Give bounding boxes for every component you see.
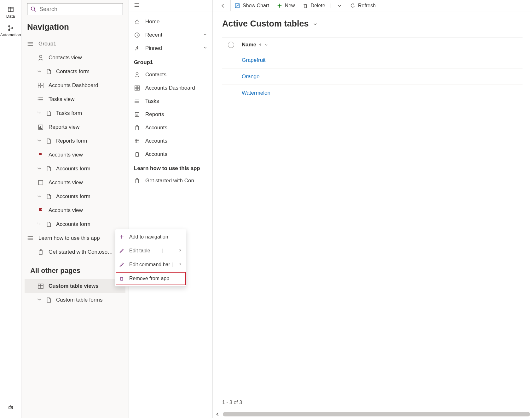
nav-item-label: Custom table forms bbox=[56, 297, 102, 303]
nav-item[interactable]: Contacts form bbox=[25, 65, 125, 79]
entity-icon bbox=[37, 179, 44, 186]
chart-icon bbox=[234, 3, 240, 9]
back-button[interactable] bbox=[216, 0, 231, 11]
cm-edit-command-bar[interactable]: Edit command bar | bbox=[115, 258, 186, 272]
nav-item[interactable]: Tasks form bbox=[25, 106, 125, 120]
left-rail: Data Automation bbox=[0, 0, 21, 418]
nav-item-label: Accounts view bbox=[49, 207, 83, 214]
select-all-checkbox[interactable] bbox=[228, 42, 234, 48]
sitemap-item[interactable]: Home bbox=[129, 15, 212, 28]
nav-item-label: Contacts form bbox=[56, 68, 90, 75]
table-row[interactable]: Watermelon bbox=[222, 85, 523, 101]
sitemap-learn-label: Learn how to use this app bbox=[129, 161, 212, 174]
sitemap-item[interactable]: Accounts Dashboard bbox=[129, 81, 212, 95]
column-name[interactable]: Name bbox=[242, 42, 268, 48]
sitemap-item-label: Reports bbox=[145, 111, 164, 118]
flag-icon bbox=[37, 151, 44, 158]
nav-item[interactable]: Reports form bbox=[25, 134, 125, 148]
sitemap-item[interactable]: Contacts bbox=[129, 68, 212, 81]
clipboard-icon bbox=[134, 151, 140, 157]
nav-item-label: Reports view bbox=[49, 124, 79, 130]
nav-learn-group[interactable]: Learn how to use this app bbox=[25, 231, 125, 245]
sitemap-item[interactable]: Get started with Con… bbox=[129, 174, 212, 187]
nav-item-label: Accounts form bbox=[56, 221, 90, 227]
record-link[interactable]: Orange bbox=[242, 74, 260, 80]
nav-item[interactable]: Accounts view bbox=[25, 203, 125, 217]
person-icon bbox=[37, 54, 44, 61]
sitemap-item-label: Accounts Dashboard bbox=[145, 85, 195, 91]
sort-asc-icon bbox=[258, 43, 263, 47]
sitemap-item-label: Accounts bbox=[145, 125, 167, 131]
table-row[interactable]: Grapefruit bbox=[222, 52, 523, 68]
table-row[interactable]: Orange bbox=[222, 68, 523, 85]
view-selector[interactable]: Active Custom tables bbox=[222, 19, 523, 29]
subarrow-icon bbox=[37, 166, 43, 172]
sitemap-item-label: Accounts bbox=[145, 151, 167, 157]
sitemap-item[interactable]: Pinned bbox=[129, 42, 212, 55]
nav-item[interactable]: Get started with Contoso… bbox=[25, 245, 125, 259]
scroll-thumb[interactable] bbox=[223, 412, 530, 416]
document-icon bbox=[46, 138, 52, 144]
flag-icon bbox=[37, 207, 44, 214]
list-icon bbox=[134, 98, 140, 104]
rail-chatbot[interactable] bbox=[0, 401, 21, 415]
cm-edit-table[interactable]: Edit table | bbox=[115, 244, 186, 258]
sitemap-panel: HomeRecentPinned Group1 ContactsAccounts… bbox=[129, 0, 213, 418]
sitemap-item[interactable]: Accounts bbox=[129, 134, 212, 148]
navigation-panel: Navigation Group1 Contacts viewContacts … bbox=[21, 0, 129, 418]
nav-item[interactable]: Accounts form bbox=[25, 190, 125, 203]
nav-item[interactable]: Contacts view bbox=[25, 51, 125, 65]
record-link[interactable]: Grapefruit bbox=[242, 57, 266, 63]
nav-item-label: Accounts form bbox=[56, 193, 90, 200]
sitemap-item[interactable]: Accounts bbox=[129, 121, 212, 134]
subarrow-icon bbox=[37, 297, 43, 303]
nav-item[interactable]: Accounts view bbox=[25, 148, 125, 162]
nav-item-label: Get started with Contoso… bbox=[49, 249, 113, 255]
delete-button[interactable]: Delete bbox=[299, 0, 329, 11]
nav-item[interactable]: Accounts form bbox=[25, 217, 125, 231]
nav-item[interactable]: Accounts view bbox=[25, 176, 125, 190]
nav-item[interactable]: Tasks view bbox=[25, 92, 125, 106]
subarrow-icon bbox=[37, 194, 43, 199]
nav-item-label: Reports form bbox=[56, 138, 87, 144]
sitemap-item-label: Pinned bbox=[145, 45, 162, 51]
sitemap-item[interactable]: Tasks bbox=[129, 95, 212, 108]
sitemap-item[interactable]: Accounts bbox=[129, 148, 212, 161]
sitemap-item[interactable]: Reports bbox=[129, 108, 212, 121]
context-menu: Add to navigation Edit table | Edit comm… bbox=[115, 229, 186, 286]
dashboard-icon bbox=[134, 85, 140, 91]
nav-item[interactable]: Accounts Dashboard bbox=[25, 79, 125, 92]
hamburger-button[interactable] bbox=[134, 2, 140, 9]
nav-item[interactable]: Custom table views··· bbox=[25, 279, 125, 293]
document-icon bbox=[46, 221, 52, 227]
nav-item-label: Tasks view bbox=[49, 96, 74, 103]
nav-group1[interactable]: Group1 bbox=[25, 37, 125, 51]
new-button[interactable]: New bbox=[273, 0, 299, 11]
horizontal-scrollbar[interactable] bbox=[213, 410, 532, 418]
nav-item[interactable]: Accounts form bbox=[25, 162, 125, 176]
rail-automation[interactable]: Automation bbox=[0, 22, 21, 40]
refresh-button[interactable]: Refresh bbox=[346, 0, 379, 11]
cm-remove-from-app[interactable]: Remove from app bbox=[115, 272, 186, 286]
rail-data[interactable]: Data bbox=[0, 3, 21, 22]
chevron-down-icon bbox=[264, 43, 268, 47]
trash-icon bbox=[119, 276, 125, 281]
record-link[interactable]: Watermelon bbox=[242, 90, 270, 96]
sitemap-item-label: Home bbox=[145, 19, 159, 25]
document-icon bbox=[46, 69, 52, 74]
sitemap-item-label: Recent bbox=[145, 32, 162, 38]
sitemap-item[interactable]: Recent bbox=[129, 28, 212, 42]
person-icon bbox=[134, 72, 140, 78]
pencil-icon bbox=[119, 262, 125, 268]
sitemap-group1-label: Group1 bbox=[129, 55, 212, 68]
cm-add-to-navigation[interactable]: Add to navigation bbox=[115, 230, 186, 244]
show-chart-button[interactable]: Show Chart bbox=[231, 0, 273, 11]
search-input[interactable] bbox=[39, 6, 119, 13]
search-box[interactable] bbox=[27, 3, 123, 15]
sitemap-item-label: Tasks bbox=[145, 98, 159, 104]
nav-item[interactable]: Custom table forms bbox=[25, 293, 125, 307]
content-area: Show Chart New Delete | Refresh Active C… bbox=[213, 0, 532, 418]
scroll-left-icon[interactable] bbox=[215, 411, 220, 417]
delete-split-button[interactable] bbox=[333, 0, 346, 11]
nav-item[interactable]: Reports view bbox=[25, 120, 125, 134]
